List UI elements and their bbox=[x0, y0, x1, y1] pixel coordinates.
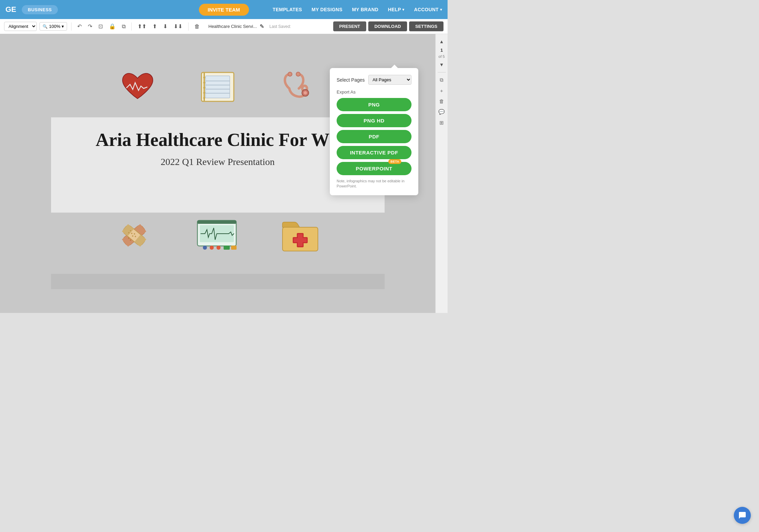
powerpoint-button[interactable]: POWERPOINT bbox=[337, 162, 411, 175]
nav-links: TEMPLATES MY DESIGNS MY BRAND HELP ACCOU… bbox=[273, 7, 442, 12]
edit-icon: ✎ bbox=[260, 23, 264, 30]
alignment-select[interactable]: Alignment bbox=[4, 22, 37, 31]
divider-2 bbox=[131, 22, 132, 31]
select-pages-label: Select Pages bbox=[337, 77, 365, 83]
page-number: 1 bbox=[440, 48, 443, 53]
redo-button[interactable]: ↷ bbox=[86, 22, 94, 31]
toolbar: Alignment 🔍 100% ▾ ↶ ↷ ⊡ 🔒 ⧉ ⬆⬆ ⬆ ⬇ ⬇⬇ 🗑… bbox=[0, 19, 448, 34]
zoom-icon: 🔍 bbox=[43, 24, 48, 29]
ecg-monitor-icon bbox=[195, 218, 239, 253]
nav-help[interactable]: HELP bbox=[388, 7, 405, 12]
add-page-icon[interactable]: + bbox=[438, 86, 445, 95]
stethoscope-icon bbox=[279, 70, 317, 104]
svg-point-7 bbox=[203, 77, 205, 79]
svg-point-11 bbox=[203, 97, 205, 99]
grid-icon[interactable]: ⊞ bbox=[438, 118, 446, 128]
heart-icon bbox=[119, 70, 157, 104]
page-total: of 5 bbox=[438, 54, 445, 59]
svg-point-8 bbox=[203, 82, 205, 84]
svg-point-37 bbox=[203, 246, 207, 250]
scroll-up-button[interactable]: ▲ bbox=[437, 37, 447, 46]
svg-point-15 bbox=[304, 91, 307, 95]
main-area: Aria Healthcare Clinic For W 2022 Q1 Rev… bbox=[0, 34, 448, 313]
nav-my-brand[interactable]: MY BRAND bbox=[352, 7, 378, 12]
bring-forward-button[interactable]: ⬆ bbox=[151, 22, 159, 31]
svg-rect-41 bbox=[231, 246, 237, 250]
interactive-pdf-button[interactable]: INTERACTIVE PDF bbox=[337, 146, 411, 159]
svg-rect-46 bbox=[294, 238, 307, 242]
settings-button[interactable]: SETTINGS bbox=[409, 21, 443, 31]
undo-button[interactable]: ↶ bbox=[76, 22, 83, 31]
svg-rect-40 bbox=[224, 246, 230, 250]
scroll-down-button[interactable]: ▼ bbox=[437, 60, 447, 69]
svg-point-9 bbox=[203, 87, 205, 89]
png-hd-button[interactable]: PNG HD bbox=[337, 114, 411, 127]
last-saved-label: Last Saved: bbox=[270, 24, 291, 29]
comment-icon[interactable]: 💬 bbox=[437, 107, 447, 117]
copy-button[interactable]: ⧉ bbox=[120, 22, 127, 31]
sidebar-divider bbox=[438, 72, 446, 72]
svg-point-13 bbox=[296, 72, 300, 76]
right-sidebar: ▲ 1 of 5 ▼ ⧉ + 🗑 💬 ⊞ bbox=[435, 34, 448, 313]
delete-button[interactable]: 🗑 bbox=[193, 22, 201, 31]
copy-page-icon[interactable]: ⧉ bbox=[438, 75, 445, 85]
powerpoint-wrap: BETA POWERPOINT bbox=[337, 162, 411, 175]
send-backward-button[interactable]: ⬇ bbox=[161, 22, 169, 31]
toolbar-right: PRESENT DOWNLOAD SETTINGS bbox=[333, 21, 443, 31]
divider-3 bbox=[188, 22, 189, 31]
divider-1 bbox=[71, 22, 71, 31]
slide-band-footer bbox=[51, 274, 385, 289]
svg-point-38 bbox=[210, 246, 214, 250]
download-button[interactable]: DOWNLOAD bbox=[368, 21, 407, 31]
doc-title: Healthcare Clinic Servi... bbox=[208, 24, 257, 29]
export-as-label: Export As bbox=[337, 89, 411, 95]
svg-rect-1 bbox=[206, 76, 230, 98]
bring-to-front-button[interactable]: ⬆⬆ bbox=[136, 22, 148, 31]
select-pages-select[interactable]: All Pages bbox=[368, 75, 412, 85]
png-button[interactable]: PNG bbox=[337, 98, 411, 111]
svg-point-10 bbox=[203, 92, 205, 94]
svg-point-39 bbox=[216, 246, 221, 250]
pdf-button[interactable]: PDF bbox=[337, 130, 411, 143]
delete-page-icon[interactable]: 🗑 bbox=[437, 97, 446, 106]
top-nav: GE BUSINESS INVITE TEAM TEMPLATES MY DES… bbox=[0, 0, 448, 19]
svg-rect-35 bbox=[197, 220, 236, 224]
canvas-container: Aria Healthcare Clinic For W 2022 Q1 Rev… bbox=[0, 34, 435, 313]
lock-button[interactable]: 🔒 bbox=[107, 22, 117, 31]
bandage-icon bbox=[115, 218, 154, 253]
select-pages-row: Select Pages All Pages bbox=[337, 75, 411, 85]
powerpoint-note: Note, infographics may not be editable i… bbox=[337, 179, 411, 189]
zoom-control[interactable]: 🔍 100% ▾ bbox=[39, 22, 67, 31]
zoom-dropdown-icon: ▾ bbox=[62, 24, 64, 29]
svg-point-12 bbox=[288, 72, 292, 76]
medical-folder-icon bbox=[280, 218, 321, 253]
beta-badge: BETA bbox=[388, 159, 401, 164]
nav-templates[interactable]: TEMPLATES bbox=[273, 7, 302, 12]
invite-team-button[interactable]: INVITE TEAM bbox=[199, 4, 249, 16]
medical-monitor-icon bbox=[197, 70, 238, 104]
slide-title: Aria Healthcare Clinic For W bbox=[51, 129, 374, 150]
send-to-back-button[interactable]: ⬇⬇ bbox=[172, 22, 184, 31]
zoom-level: 100% bbox=[49, 24, 60, 29]
logo: GE bbox=[5, 5, 16, 14]
download-dropdown: Select Pages All Pages Export As PNG PNG… bbox=[330, 68, 418, 195]
business-button[interactable]: BUSINESS bbox=[22, 5, 58, 14]
present-button[interactable]: PRESENT bbox=[333, 21, 366, 31]
nav-my-designs[interactable]: MY DESIGNS bbox=[311, 7, 342, 12]
slide-icons-bottom bbox=[51, 218, 385, 253]
save-button[interactable]: ⊡ bbox=[97, 22, 104, 31]
nav-account[interactable]: ACCOUNT bbox=[414, 7, 442, 12]
